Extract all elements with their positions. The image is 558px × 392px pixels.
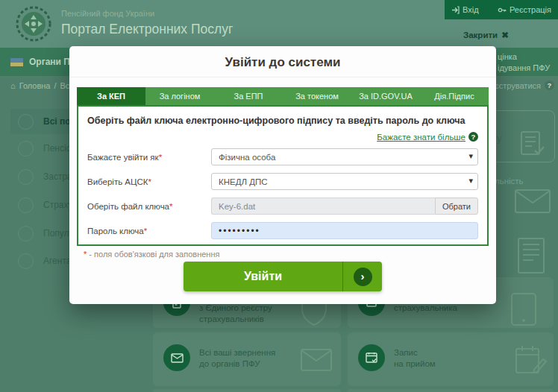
- service-card-appeals[interactable]: Всі ваші звернення до органів ПФУ: [153, 332, 341, 386]
- tab-kep[interactable]: За КЕП: [77, 87, 145, 105]
- service-card-appointment[interactable]: Запис на прийом: [348, 332, 554, 386]
- document-icon: [517, 237, 545, 274]
- app-canvas: Пенсійний фонд України Портал Електронни…: [0, 0, 558, 392]
- pensioners-icon: [18, 141, 34, 157]
- key-password-input[interactable]: [211, 222, 478, 239]
- register-button[interactable]: Реєстрація: [498, 5, 551, 14]
- card-edge: [153, 389, 341, 392]
- login-icon: [451, 6, 460, 14]
- card-title-line: Всі ваші звернення: [199, 347, 275, 358]
- field-label-login-as: Бажаєте увійти як*: [87, 153, 211, 162]
- portal-title: Портал Електронних Послуг: [61, 22, 233, 37]
- card-title-line: на прийом: [394, 358, 436, 370]
- card-title-line: Запис: [394, 347, 436, 358]
- nav-right-text-fragment[interactable]: цінка: [498, 52, 517, 61]
- tablet-icon: [510, 292, 537, 326]
- login-tabbar: За КЕП За логіном За ЕПП За токеном За I…: [77, 87, 489, 105]
- pfu-logo-icon: [15, 5, 52, 42]
- calendar-icon: [358, 344, 385, 371]
- field-label-key-password: Пароль ключа*: [87, 227, 211, 235]
- card-edge: [348, 389, 554, 392]
- field-label-acsk: Виберіть АЦСК*: [87, 177, 211, 186]
- breadcrumb-home[interactable]: Головна: [19, 81, 51, 90]
- form-heading: Оберіть файл ключа електронно-цифрового …: [87, 116, 478, 126]
- envelope-icon: [163, 344, 190, 371]
- tab-idgovua[interactable]: За ID.GOV.UA: [351, 87, 420, 105]
- question-icon: ?: [468, 132, 478, 142]
- tab-login[interactable]: За логіном: [145, 87, 214, 105]
- login-as-select[interactable]: Фізична особа: [211, 148, 478, 165]
- question-icon: ?: [545, 80, 554, 90]
- acsk-select[interactable]: КНЕДЛ ДПС: [211, 173, 478, 190]
- insurers-icon: [18, 197, 34, 213]
- required-fields-note: * - поля обов'язкові для заповнення: [84, 250, 219, 259]
- envelope-icon: [301, 349, 332, 371]
- browse-button[interactable]: Обрати: [435, 197, 478, 215]
- document-check-icon: [517, 131, 547, 158]
- field-label-key-file: Оберіть файл ключа*: [87, 202, 211, 211]
- nav-right-text-fragment[interactable]: ідування ПФУ: [498, 63, 550, 72]
- login-modal: Увійти до системи За КЕП За логіном За Е…: [69, 46, 496, 304]
- card-title-line: страхувальників: [199, 314, 272, 325]
- modal-title: Увійти до системи: [69, 46, 496, 78]
- calendar-pencil-icon: [515, 344, 548, 377]
- card-text-fragment: у: [497, 133, 502, 144]
- ukraine-flag-icon: [10, 58, 23, 66]
- card-title-line: до органів ПФУ: [199, 358, 275, 370]
- card-text-fragment: льність: [495, 177, 524, 186]
- card-title-line: страхувальника: [394, 303, 457, 314]
- envelope-icon: [515, 189, 551, 213]
- tab-token[interactable]: За токеном: [283, 87, 351, 105]
- know-more-link[interactable]: Бажаєте знати більше: [377, 133, 465, 142]
- org-name: Пенсійний фонд України: [61, 9, 154, 18]
- key-icon: [498, 6, 507, 14]
- insured-icon: [18, 169, 34, 185]
- popular-icon: [18, 226, 34, 241]
- key-login-form: Оберіть файл ключа електронно-цифрового …: [77, 105, 489, 246]
- top-auth-strip: Вхід Реєстрація: [445, 0, 558, 19]
- services-icon: [18, 114, 34, 130]
- site-header: Пенсійний фонд України Портал Електронни…: [0, 0, 558, 48]
- home-icon: ⌂: [10, 81, 16, 90]
- modal-close-button[interactable]: Закрити ✖: [463, 30, 509, 40]
- agents-icon: [18, 253, 34, 269]
- key-file-input: Key-6.dat: [211, 197, 435, 215]
- close-icon: ✖: [501, 30, 509, 40]
- tab-diia[interactable]: Дія.Підпис: [420, 87, 489, 105]
- card-title-line: з Єдиного реєстру: [199, 303, 272, 314]
- submit-arrow-segment: ›: [342, 262, 382, 291]
- arrow-right-icon: ›: [354, 268, 372, 286]
- submit-login-button[interactable]: Увійти ›: [184, 262, 382, 291]
- login-button[interactable]: Вхід: [451, 5, 479, 14]
- tab-epp[interactable]: За ЕПП: [214, 87, 283, 105]
